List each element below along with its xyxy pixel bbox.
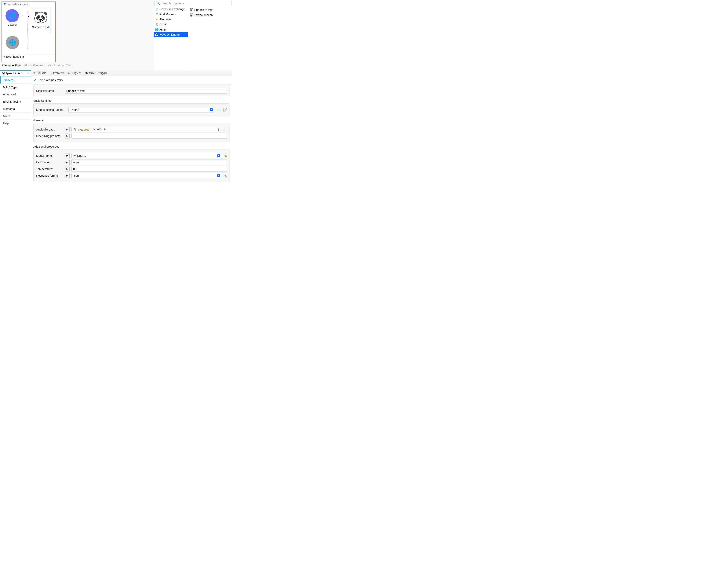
- panda-icon: 🐼: [33, 9, 48, 26]
- module-config-select[interactable]: OpenAI: [68, 107, 215, 112]
- core-icon: 🐰: [155, 23, 159, 26]
- finetune-label: Finetuning prompt:: [36, 134, 63, 137]
- fx-toggle-temperature[interactable]: ƒx: [64, 166, 69, 172]
- language-input[interactable]: [71, 159, 227, 165]
- edit-config-button[interactable]: 📝: [223, 108, 227, 112]
- chevron-down-icon: [217, 154, 220, 157]
- display-name-input[interactable]: [64, 88, 227, 94]
- add-config-button[interactable]: ＋: [217, 108, 221, 112]
- check-circle-icon: ✔: [34, 78, 37, 82]
- listener-node[interactable]: 🌐 Listener: [5, 9, 19, 26]
- status-text: There are no errors.: [38, 78, 63, 82]
- processor-label: Speech to text: [32, 26, 49, 29]
- globe-icon: 🌐: [8, 12, 16, 19]
- palette-cat-core[interactable]: 🐰 Core: [154, 22, 188, 27]
- globe-gray-icon: 🌐: [9, 39, 16, 46]
- editor-tab-title: Speech to text: [5, 72, 23, 75]
- fx-toggle-finetune[interactable]: ƒx: [64, 133, 69, 138]
- finetune-input[interactable]: [71, 133, 227, 139]
- side-tab-advanced[interactable]: Advanced: [0, 91, 31, 98]
- audio-path-label: Audio file path:: [36, 128, 63, 131]
- exchange-icon: ⤫: [155, 7, 158, 11]
- plus-icon: ⊕: [155, 12, 159, 16]
- display-name-label: Display Name:: [36, 89, 63, 92]
- palette-search-input[interactable]: [161, 2, 230, 5]
- palette-cat-http[interactable]: 🌐 HTTP: [154, 27, 188, 32]
- flow-container[interactable]: mac-whisperer-stt 🌐 Listener 🐼 Speech to…: [2, 2, 55, 62]
- palette-cat-mac-whisperer[interactable]: 🐼 MAC Whisperer: [154, 32, 188, 37]
- refresh-model-button[interactable]: ⟲: [224, 154, 227, 158]
- tab-mule-debugger[interactable]: 🐞Mule Debugger: [85, 72, 107, 75]
- fx-toggle-respfmt[interactable]: ƒx: [64, 173, 69, 178]
- flow-title: mac-whisperer-stt: [7, 2, 29, 6]
- expand-error-icon[interactable]: [4, 56, 5, 58]
- chevron-down-icon: [210, 108, 213, 111]
- section-basic-heading: Basic Settings: [33, 99, 230, 102]
- tab-console[interactable]: 🖥Console: [33, 72, 46, 75]
- palette-cat-add-modules[interactable]: ⊕ Add Modules: [154, 12, 188, 17]
- side-tab-error-mapping[interactable]: Error Mapping: [0, 98, 31, 105]
- panda-tab-icon: 🐼: [2, 72, 5, 75]
- temperature-input[interactable]: [71, 166, 227, 172]
- audio-path-input[interactable]: #[ payload.filePath ]: [71, 127, 221, 132]
- palette-search-box[interactable]: 🔍: [154, 1, 232, 6]
- flow-arrow-icon: [22, 16, 29, 16]
- model-name-label: Model name:: [36, 154, 63, 157]
- fx-toggle-model[interactable]: ƒx: [64, 153, 69, 158]
- tab-message-flow[interactable]: Message Flow: [2, 64, 21, 67]
- module-config-label: Module configuration:: [36, 108, 66, 111]
- palette-item-text-to-speech[interactable]: 🐼 Text to speech: [188, 12, 232, 17]
- response-node[interactable]: 🌐: [6, 36, 19, 50]
- temperature-label: Temperature:: [36, 167, 63, 170]
- tab-config-xml[interactable]: Configuration XML: [48, 64, 72, 67]
- progress-icon: ▶: [68, 72, 70, 75]
- collapse-flow-icon[interactable]: [4, 3, 6, 5]
- response-format-label: Response format:: [36, 174, 63, 177]
- side-tab-help[interactable]: Help: [0, 120, 31, 127]
- tab-progress[interactable]: ▶Progress: [68, 72, 82, 75]
- fx-toggle-audio[interactable]: ƒx: [64, 127, 69, 132]
- star-icon: ★: [155, 17, 159, 21]
- palette-cat-exchange[interactable]: ⤫ Search in Exchange..: [154, 6, 188, 12]
- section-additional-heading: Additional properties: [33, 145, 230, 148]
- error-handling-label: Error handling: [6, 55, 24, 58]
- tab-global-elements[interactable]: Global Elements: [24, 64, 45, 67]
- search-icon: 🔍: [157, 2, 160, 5]
- panda-item-icon: 🐼: [189, 8, 193, 12]
- dataweave-map-button[interactable]: ⤮: [223, 127, 227, 131]
- fx-toggle-language[interactable]: ƒx: [64, 160, 69, 165]
- refresh-respfmt-button[interactable]: ⟲: [224, 174, 227, 178]
- problems-icon: ⚠: [50, 72, 52, 75]
- close-tab-icon[interactable]: ×: [28, 72, 30, 75]
- debug-icon: 🐞: [85, 72, 88, 75]
- properties-editor-tab[interactable]: 🐼 Speech to text ×: [0, 71, 31, 77]
- http-icon: 🌐: [155, 28, 159, 31]
- model-name-select[interactable]: whisper-1: [71, 153, 223, 158]
- section-general-heading: General: [33, 119, 230, 122]
- palette-item-speech-to-text[interactable]: 🐼 Speech to text: [188, 7, 232, 12]
- side-tab-mime[interactable]: MIME Type: [0, 84, 31, 91]
- chevron-down-icon: [217, 174, 220, 177]
- speech-to-text-node[interactable]: 🐼 Speech to text: [30, 8, 51, 32]
- console-icon: 🖥: [33, 72, 36, 75]
- side-tab-notes[interactable]: Notes: [0, 112, 31, 120]
- side-tab-general[interactable]: General: [0, 77, 31, 84]
- response-format-select[interactable]: json: [71, 173, 223, 178]
- language-label: Language:: [36, 161, 63, 164]
- palette-cat-favorites[interactable]: ★ Favorites: [154, 17, 188, 22]
- side-tab-metadata[interactable]: Metadata: [0, 105, 31, 112]
- listener-label: Listener: [5, 23, 19, 26]
- panda-item-icon-2: 🐼: [189, 13, 193, 17]
- panda-small-icon: 🐼: [155, 33, 159, 36]
- tab-problems[interactable]: ⚠Problems: [50, 72, 64, 75]
